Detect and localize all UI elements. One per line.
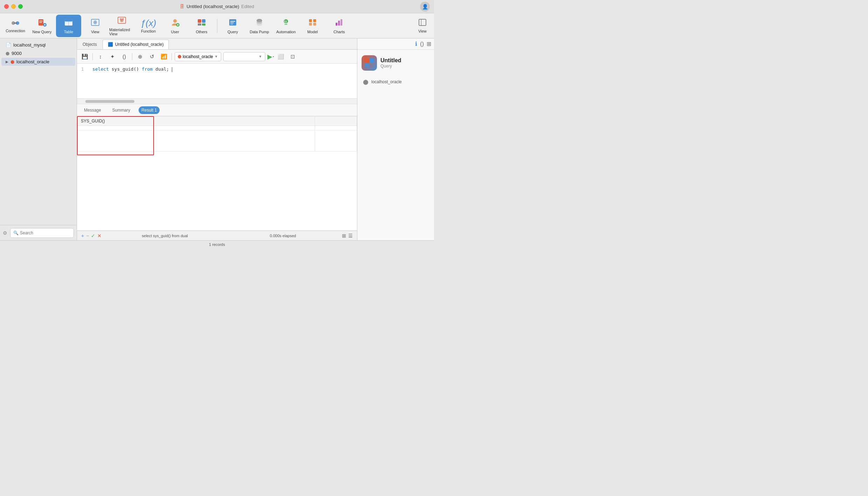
copy-button[interactable]: ⊕ [135, 52, 145, 61]
grid-icon[interactable]: ⊞ [427, 41, 431, 47]
toolbar-others[interactable]: Others [189, 15, 214, 37]
run-button[interactable]: ▶ • [267, 52, 274, 61]
grid-view-icon[interactable]: ⊞ [342, 233, 346, 239]
save-button[interactable]: 💾 [80, 52, 90, 61]
main-toolbar: Connection New Query Table [0, 13, 434, 38]
maximize-button[interactable] [18, 4, 23, 9]
svg-rect-40 [285, 23, 286, 25]
toolbar-connection[interactable]: Connection [3, 15, 28, 37]
svg-rect-8 [44, 24, 45, 26]
search-box[interactable]: 🔍 [10, 228, 74, 238]
editor-area[interactable]: 1 select sys_guid() from dual; [77, 64, 357, 99]
window-title: 🗄 Untitled (localhost_oracle) Edited [180, 4, 254, 9]
expand-arrow: ▶ [6, 60, 8, 64]
svg-rect-48 [341, 19, 342, 26]
toolbar-model[interactable]: Model [300, 15, 325, 37]
svg-point-15 [94, 22, 96, 23]
confirm-button[interactable]: ✓ [91, 233, 95, 239]
svg-point-35 [257, 22, 262, 26]
svg-rect-31 [230, 22, 234, 23]
new-query-icon [37, 18, 47, 28]
mysql-icon: 📄 [6, 42, 11, 48]
code-icon[interactable]: () [420, 41, 424, 47]
bottombar: 1 records [0, 240, 434, 248]
scroll-thumb[interactable] [85, 100, 134, 103]
svg-rect-42 [309, 19, 312, 22]
automation-label: Automation [276, 30, 296, 34]
connection-icon [10, 19, 20, 27]
svg-rect-47 [338, 21, 340, 26]
table-row-empty [77, 130, 357, 151]
cell-extra-value [315, 126, 357, 130]
charts-icon [334, 18, 344, 28]
toolbar-view[interactable]: View [83, 15, 108, 37]
svg-point-19 [120, 18, 121, 20]
brackets-button[interactable]: () [119, 52, 129, 61]
toolbar-table[interactable]: Table [56, 15, 81, 37]
svg-rect-28 [202, 23, 205, 26]
settings-icon[interactable]: ⚙ [3, 230, 7, 236]
sidebar-item-localhost-mysql[interactable]: 📄 localhost_mysql [1, 41, 75, 49]
table-icon [64, 18, 74, 28]
svg-point-18 [121, 20, 122, 21]
db-selector[interactable]: localhost_oracle ▼ [175, 52, 221, 61]
chart-button[interactable]: 📶 [159, 52, 169, 61]
port-icon: ⬤ [6, 51, 9, 55]
code-func: sys_guid() [112, 66, 142, 72]
oracle-icon: ⬤ [10, 60, 14, 64]
history-button[interactable]: ↺ [147, 52, 157, 61]
toolbar-view-toggle[interactable]: View [414, 15, 431, 37]
toolbar-data-pump[interactable]: Data Pump [247, 15, 272, 37]
svg-point-21 [173, 19, 177, 23]
col-extra [315, 116, 357, 126]
sidebar-item-9000[interactable]: ⬤ 9000 [1, 49, 75, 57]
result-table: SYS_GUID() [77, 116, 357, 151]
svg-point-20 [122, 18, 124, 20]
toolbar-charts[interactable]: Charts [327, 15, 352, 37]
result-tab-result1[interactable]: Result 1 [139, 106, 160, 114]
toolbar-user[interactable]: User [162, 15, 188, 37]
svg-rect-50 [421, 19, 421, 26]
svg-rect-51 [364, 58, 369, 63]
function-label: Function [141, 29, 156, 33]
sidebar-item-localhost-oracle[interactable]: ▶ ⬤ localhost_oracle [1, 58, 75, 66]
svg-rect-24 [177, 24, 178, 26]
svg-rect-37 [285, 21, 285, 22]
split-button[interactable]: ⊡ [288, 52, 298, 61]
toolbar-query[interactable]: Query [220, 15, 245, 37]
info-icon[interactable]: ℹ [415, 41, 417, 47]
close-button[interactable] [4, 4, 9, 9]
minimize-button[interactable] [11, 4, 16, 9]
new-query-label: New Query [32, 30, 51, 34]
table-label: Table [64, 30, 73, 34]
model-icon [308, 18, 317, 28]
toolbar-automation[interactable]: Automation [273, 15, 299, 37]
result-tab-summary[interactable]: Summary [110, 106, 133, 114]
toolbar-function[interactable]: ƒ(x) Function [136, 15, 161, 37]
svg-rect-38 [286, 21, 287, 22]
db-selector-name: localhost_oracle [183, 54, 213, 59]
scrollbar-area [77, 99, 357, 104]
format-button[interactable]: ↕ [96, 52, 105, 61]
rpanel-db-name: localhost_oracle [371, 79, 402, 84]
cancel-button[interactable]: ✕ [97, 233, 102, 239]
query-tab[interactable]: 🟦 Untitled (localhost_oracle) [103, 40, 169, 49]
stop-button[interactable]: ⬜ [276, 52, 286, 61]
remove-row-button[interactable]: − [86, 233, 89, 239]
keyword-from: from [142, 66, 153, 72]
toolbar-new-query[interactable]: New Query [29, 15, 55, 37]
magic-button[interactable]: ✦ [107, 52, 117, 61]
search-input[interactable] [20, 231, 71, 235]
schema-selector[interactable]: ▼ [223, 52, 265, 61]
col-sys-guid: SYS_GUID() [77, 116, 315, 126]
records-count: 1 records [209, 242, 225, 247]
user-avatar: 👤 [420, 2, 430, 12]
qtool-sep-3 [172, 53, 172, 60]
automation-icon [281, 18, 291, 28]
list-view-icon[interactable]: ☰ [348, 233, 353, 239]
toolbar-materialized-view[interactable]: Materialized View [109, 15, 134, 37]
result-tab-message[interactable]: Message [81, 106, 104, 114]
objects-tab[interactable]: Objects [77, 40, 103, 49]
right-panel: ℹ () ⊞ Untitled Query ⬤ [357, 38, 434, 240]
add-row-button[interactable]: + [81, 233, 84, 239]
